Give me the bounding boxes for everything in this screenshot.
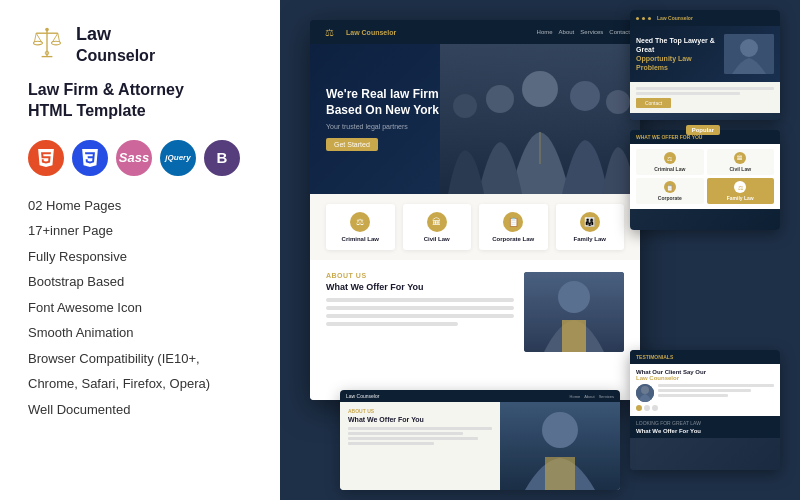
ms-service-card-corporate: 📋 Corporate Law <box>479 204 548 250</box>
ms-hero: We're Real law FirmBased On New York You… <box>310 44 640 194</box>
svg-point-12 <box>522 71 558 107</box>
ms-about: ABOUT US What We Offer For You <box>310 260 640 400</box>
ms-about-img <box>524 272 624 352</box>
feature-item-browser-compat1: Browser Compatibility (IE10+, <box>28 349 252 369</box>
features-list: 02 Home Pages 17+inner Page Fully Respon… <box>28 196 252 420</box>
svg-line-5 <box>58 34 60 43</box>
svg-point-16 <box>606 90 630 114</box>
svg-line-2 <box>34 34 36 43</box>
badge-jquery: jQuery <box>160 140 196 176</box>
ms-nav-contact: Contact <box>609 29 630 35</box>
logo-icon <box>28 25 66 63</box>
ms-service-title-civil: Civil Law <box>409 236 466 242</box>
badge-bootstrap: B <box>204 140 240 176</box>
about-label: ABOUT US <box>326 272 514 279</box>
ss-nav-dot <box>648 17 651 20</box>
ms-topbar: ⚖ Law Counselor Home About Services Cont… <box>310 20 640 44</box>
ms-service-title-family: Family Law <box>562 236 619 242</box>
ss-nav-dot <box>642 17 645 20</box>
ms-logo-small: ⚖ <box>320 23 338 41</box>
ss-title-1: Need The Top Lawyer & Great Opportunity … <box>636 36 719 72</box>
feature-item: 02 Home Pages <box>28 196 252 216</box>
screenshot-bottom-right: TESTIMONIALS What Our Client Say OurLaw … <box>630 350 780 470</box>
svg-point-19 <box>558 281 590 313</box>
ss-content-1: Contact <box>630 82 780 113</box>
ms-service-card-family: 👨‍👩‍👧 Family Law <box>556 204 625 250</box>
ms-service-icon-civil: 🏛 <box>427 212 447 232</box>
right-panel: ⚖ Law Counselor Home About Services Cont… <box>280 0 800 500</box>
ms-about-title: What We Offer For You <box>326 282 514 292</box>
svg-point-24 <box>641 386 649 394</box>
ms-service-card-civil: 🏛 Civil Law <box>403 204 472 250</box>
tech-badges: Sass jQuery B <box>28 140 252 176</box>
ms-text-line <box>326 306 514 310</box>
svg-point-7 <box>52 42 61 46</box>
ms-service-title-corporate: Corporate Law <box>485 236 542 242</box>
ms-text-line <box>326 298 514 302</box>
ms-hero-subtitle: Your trusted legal partners <box>326 123 439 130</box>
svg-rect-20 <box>562 320 586 352</box>
ms-text-line <box>326 314 514 318</box>
feature-item-font-awesome: Font Awesome Icon <box>28 298 252 318</box>
popular-badge: Popular <box>686 125 720 135</box>
svg-point-14 <box>570 81 600 111</box>
svg-point-6 <box>34 42 43 46</box>
ms-nav-items: Home About Services Contact <box>537 29 630 35</box>
screenshot-top-right-2: WHAT WE OFFER FOR YOU ⚖ Criminal Law 🏛 C… <box>630 130 780 230</box>
screenshot-top-right-1: Law Counselor Need The Top Lawyer & Grea… <box>630 10 780 120</box>
badge-css3 <box>72 140 108 176</box>
ms-service-icon-criminal: ⚖ <box>350 212 370 232</box>
ms-text-line <box>326 322 458 326</box>
svg-point-9 <box>45 28 49 32</box>
logo-area: Law Counselor <box>28 24 252 65</box>
people-group <box>440 44 640 194</box>
ms-service-card-criminal: ⚖ Criminal Law <box>326 204 395 250</box>
ms-nav-about: About <box>559 29 575 35</box>
ms-hero-content: We're Real law FirmBased On New York You… <box>310 75 455 162</box>
ms-service-icon-corporate: 📋 <box>503 212 523 232</box>
logo-title: Law <box>76 24 155 46</box>
svg-rect-27 <box>545 457 575 490</box>
ms-service-icon-family: 👨‍👩‍👧 <box>580 212 600 232</box>
left-panel: Law Counselor Law Firm & AttorneyHTML Te… <box>0 0 280 500</box>
ms-hero-btn: Get Started <box>326 138 378 151</box>
svg-point-26 <box>542 412 578 448</box>
ms-inner: ⚖ Law Counselor Home About Services Cont… <box>310 20 640 400</box>
ms-nav-home: Home <box>537 29 553 35</box>
feature-item-animation: Smooth Animation <box>28 323 252 343</box>
tagline: Law Firm & AttorneyHTML Template <box>28 79 252 122</box>
ss-nav-dot <box>636 17 639 20</box>
feature-item-browser-compat2: Chrome, Safari, Firefox, Opera) <box>28 374 252 394</box>
feature-item: 17+inner Page <box>28 221 252 241</box>
logo-text: Law Counselor <box>76 24 155 65</box>
feature-item-documented: Well Documented <box>28 400 252 420</box>
screenshot-main: ⚖ Law Counselor Home About Services Cont… <box>310 20 640 400</box>
feature-item: Fully Responsive <box>28 247 252 267</box>
ms-nav-services: Services <box>580 29 603 35</box>
ms-about-text: ABOUT US What We Offer For You <box>326 272 514 388</box>
badge-sass: Sass <box>116 140 152 176</box>
screenshot-bottom-middle: Law Counselor Home About Services ABOUT … <box>340 390 620 490</box>
svg-point-15 <box>453 94 477 118</box>
ss-img-1 <box>724 34 774 74</box>
badge-html5 <box>28 140 64 176</box>
screenshots-container: ⚖ Law Counselor Home About Services Cont… <box>280 0 800 500</box>
ms-services: ⚖ Criminal Law 🏛 Civil Law 📋 Corporate L… <box>310 194 640 260</box>
svg-point-13 <box>486 85 514 113</box>
logo-subtitle: Counselor <box>76 46 155 65</box>
ss-hero-1: Need The Top Lawyer & Great Opportunity … <box>630 26 780 82</box>
feature-item: Bootstrap Based <box>28 272 252 292</box>
svg-point-22 <box>740 39 758 57</box>
ms-service-title-criminal: Criminal Law <box>332 236 389 242</box>
ms-hero-image <box>440 44 640 194</box>
ms-hero-title: We're Real law FirmBased On New York <box>326 87 439 118</box>
ss-nav-1: Law Counselor <box>630 10 780 26</box>
